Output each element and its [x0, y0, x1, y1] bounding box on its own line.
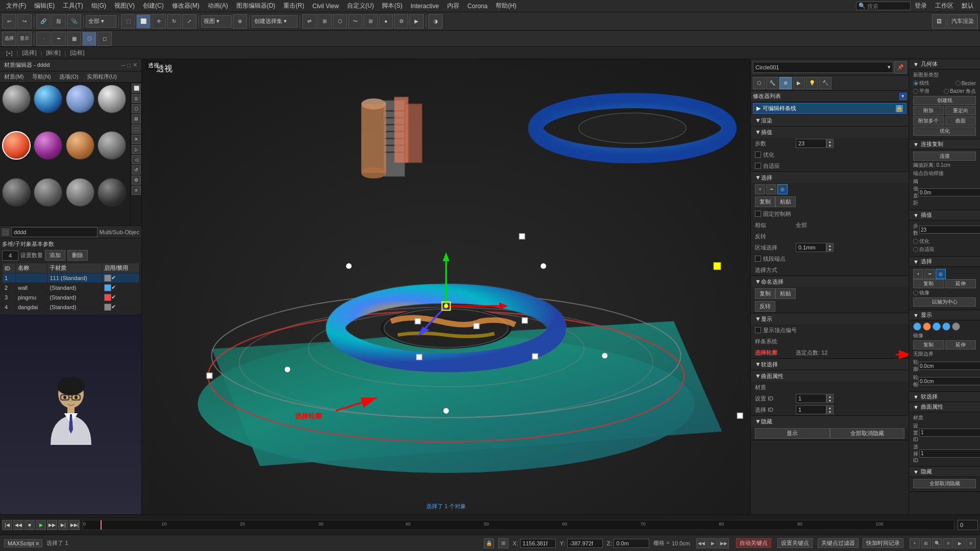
show-all-btn[interactable]: 全部取消隐藏: [830, 428, 905, 439]
link-btn[interactable]: 🔗: [36, 14, 51, 29]
section-soft-sel-header[interactable]: ▼ 软选择: [751, 359, 909, 370]
render-full-btn[interactable]: 汽车渲染: [947, 14, 978, 29]
fr-hidden-header[interactable]: ▼ 隐藏: [909, 467, 980, 477]
fr-steps-input[interactable]: [919, 226, 980, 234]
modifier-stack-arrow[interactable]: ▾: [899, 93, 906, 100]
fr-extend-btn[interactable]: 延伸: [945, 279, 976, 288]
rp-tab-modifier[interactable]: 🔧: [766, 77, 778, 89]
mirror-btn[interactable]: ⇌: [302, 14, 316, 29]
fr-adaptive-check[interactable]: [913, 247, 918, 252]
play-anim-btn[interactable]: ▶: [707, 538, 718, 548]
segment-icon[interactable]: ━: [766, 184, 776, 194]
search-input[interactable]: [867, 3, 908, 9]
menu-content[interactable]: 内容: [443, 1, 463, 11]
fr-surface-header[interactable]: ▼ 曲面属性: [909, 402, 980, 412]
status-icon-4[interactable]: ≡: [943, 538, 953, 548]
timeline-end-btn[interactable]: ▶▶|: [69, 520, 80, 530]
radio-linear-dot[interactable]: [913, 81, 918, 86]
coord-center-btn[interactable]: ⊕: [233, 14, 247, 29]
timeline-prev-key[interactable]: ◀◀: [13, 520, 23, 530]
mat-ball-6[interactable]: [66, 131, 94, 160]
fr-display-color2[interactable]: [923, 322, 931, 331]
next-frame-btn[interactable]: ▶▶: [719, 538, 729, 548]
set-key-btn[interactable]: 设置关键点: [777, 538, 813, 548]
mat-menu-navigate[interactable]: 导航(N): [28, 71, 55, 82]
fr-groove-input[interactable]: [918, 362, 980, 370]
frame-counter[interactable]: 0: [958, 520, 978, 530]
menu-file[interactable]: 文件(F): [2, 1, 30, 11]
timeline-prev-frame[interactable]: |◀: [2, 520, 12, 530]
mat-ball-10[interactable]: [66, 178, 94, 207]
auto-key-btn[interactable]: 自动关键点: [736, 538, 771, 548]
fr-display-color3[interactable]: [933, 322, 941, 331]
sub-delete-btn[interactable]: 删除: [67, 250, 88, 261]
section-selection-header[interactable]: ▼ 选择: [751, 172, 909, 183]
move-btn[interactable]: ✛: [152, 14, 166, 29]
vertex-icon[interactable]: •: [755, 184, 765, 194]
adaptive-checkbox[interactable]: [755, 163, 761, 169]
fr-display-header[interactable]: ▼ 显示: [909, 310, 980, 320]
fr-select-mat-input[interactable]: [919, 449, 980, 458]
hide-all-btn[interactable]: 显示: [755, 428, 830, 439]
timeline-play-btn[interactable]: ▶: [36, 520, 46, 530]
modifier-icon[interactable]: ⬚: [2, 229, 9, 236]
status-icon-2[interactable]: ⊞: [921, 538, 931, 548]
fr-display-color4[interactable]: [942, 322, 950, 331]
mat-ball-4[interactable]: [2, 131, 31, 160]
segment-end-checkbox[interactable]: [755, 256, 761, 262]
steps-spinner[interactable]: ▲▼: [826, 139, 834, 148]
modifier-lock-icon[interactable]: 🔒: [896, 105, 903, 112]
mat-ball-7[interactable]: [97, 131, 126, 160]
active-shade-btn[interactable]: ◑: [428, 14, 443, 29]
y-input[interactable]: [567, 539, 603, 548]
curve-editor-btn[interactable]: 〜: [348, 14, 362, 29]
vertex-mode-btn[interactable]: ⋅: [36, 32, 51, 46]
section-surface-header[interactable]: ▼ 曲面属性: [751, 370, 909, 382]
fr-interp-header[interactable]: ▼ 插值: [909, 210, 980, 220]
mat-ball-0[interactable]: [2, 85, 31, 113]
attach-reorient-btn[interactable]: 重定向: [945, 106, 976, 115]
breadcrumb-select[interactable]: [选择]: [20, 49, 38, 57]
radio-bezier-dot[interactable]: [955, 81, 961, 86]
radio-bazier-corner-dot[interactable]: [944, 89, 949, 94]
area-input[interactable]: [796, 243, 826, 252]
menu-edit[interactable]: 编辑(E): [30, 1, 59, 11]
rp-tab-display[interactable]: ⬡: [753, 77, 765, 89]
mat-menu-material[interactable]: 材质(M): [0, 71, 28, 82]
section-display-header[interactable]: ▼ 显示: [751, 313, 909, 324]
menu-customize[interactable]: 自定义(U): [343, 1, 378, 11]
align-btn[interactable]: ⊞: [317, 14, 332, 29]
steps-input[interactable]: [796, 139, 826, 148]
fr-spline-icon[interactable]: ◎: [936, 269, 946, 279]
attach-multi-btn[interactable]: 附加多个: [913, 116, 944, 126]
x-input[interactable]: [520, 539, 556, 548]
select-id-spinner[interactable]: ▲▼: [826, 405, 834, 414]
unlink-btn[interactable]: ⛓: [52, 14, 66, 29]
workspace-value[interactable]: 默认: [958, 1, 978, 11]
fr-hide-all-btn[interactable]: 全部取消隐藏: [913, 479, 976, 488]
mat-tool-10[interactable]: ⚙: [132, 176, 141, 185]
timeline-track[interactable]: 0 10 20 30 40 50 60 70 80 90 100: [83, 520, 954, 530]
fr-weld-input[interactable]: [918, 188, 980, 196]
fr-set-mat-input[interactable]: [919, 429, 980, 437]
copy-btn[interactable]: 复制: [755, 196, 775, 207]
menu-modifier[interactable]: 修改器(M): [168, 1, 204, 11]
paste-btn[interactable]: 粘贴: [775, 196, 796, 207]
set-mat-spinner[interactable]: ▲▼: [826, 394, 834, 403]
fr-copy-center-btn[interactable]: 以轴为中心: [913, 297, 976, 307]
area-spinner[interactable]: ▲▼: [826, 243, 834, 252]
record-btn[interactable]: 快加时间记录: [863, 538, 903, 548]
mat-tool-7[interactable]: ▷: [132, 145, 141, 154]
set-tangent-checkbox[interactable]: [755, 211, 761, 217]
select-filter-dropdown[interactable]: 全部 ▾: [86, 15, 116, 28]
rp-tab-motion[interactable]: ▶: [793, 77, 805, 89]
breadcrumb-standard[interactable]: [标准]: [44, 49, 62, 57]
table-row[interactable]: 1 111 (Standard) ✔: [3, 273, 139, 283]
rotate-btn[interactable]: ↻: [167, 14, 181, 29]
fr-optimize-check[interactable]: [913, 239, 918, 244]
menu-tools[interactable]: 工具(T): [59, 1, 87, 11]
object-name-dropdown[interactable]: Circle001 ▾: [753, 62, 893, 73]
show-vertex-checkbox[interactable]: [755, 327, 761, 333]
z-input[interactable]: [614, 539, 649, 548]
fr-vertex-icon[interactable]: •: [913, 269, 923, 279]
